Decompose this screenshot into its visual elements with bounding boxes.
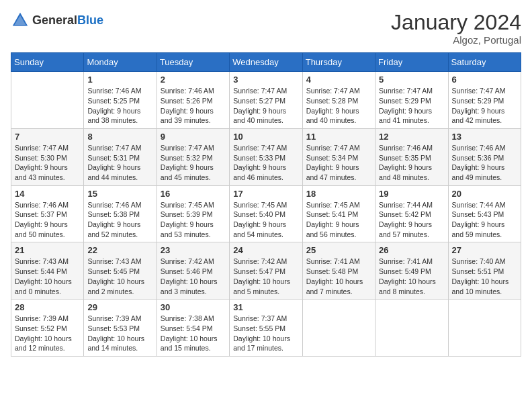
day-info: Sunrise: 7:42 AM Sunset: 5:47 PM Dayligh… xyxy=(233,257,298,296)
calendar-cell: 29Sunrise: 7:39 AM Sunset: 5:53 PM Dayli… xyxy=(84,300,157,357)
day-number: 2 xyxy=(161,75,226,85)
calendar-cell: 7Sunrise: 7:47 AM Sunset: 5:30 PM Daylig… xyxy=(11,128,84,185)
day-info: Sunrise: 7:46 AM Sunset: 5:36 PM Dayligh… xyxy=(452,143,517,183)
calendar-cell: 14Sunrise: 7:46 AM Sunset: 5:37 PM Dayli… xyxy=(11,185,84,242)
day-number: 25 xyxy=(306,245,371,255)
week-row-1: 1Sunrise: 7:46 AM Sunset: 5:25 PM Daylig… xyxy=(11,72,521,129)
day-info: Sunrise: 7:47 AM Sunset: 5:28 PM Dayligh… xyxy=(306,86,371,126)
day-number: 26 xyxy=(379,245,444,255)
day-info: Sunrise: 7:44 AM Sunset: 5:42 PM Dayligh… xyxy=(379,200,444,240)
day-info: Sunrise: 7:46 AM Sunset: 5:26 PM Dayligh… xyxy=(161,86,226,126)
calendar-cell: 23Sunrise: 7:42 AM Sunset: 5:46 PM Dayli… xyxy=(157,242,229,300)
day-info: Sunrise: 7:39 AM Sunset: 5:53 PM Dayligh… xyxy=(87,314,152,353)
logo: GeneralBlue xyxy=(11,11,103,30)
day-info: Sunrise: 7:41 AM Sunset: 5:48 PM Dayligh… xyxy=(306,257,371,296)
day-info: Sunrise: 7:43 AM Sunset: 5:45 PM Dayligh… xyxy=(87,257,152,296)
day-number: 7 xyxy=(15,132,80,142)
calendar-cell: 2Sunrise: 7:46 AM Sunset: 5:26 PM Daylig… xyxy=(157,72,229,129)
day-info: Sunrise: 7:37 AM Sunset: 5:55 PM Dayligh… xyxy=(233,314,298,353)
day-number: 15 xyxy=(87,189,152,199)
weekday-header-monday: Monday xyxy=(84,53,157,72)
day-number: 12 xyxy=(379,132,444,142)
calendar-table: SundayMondayTuesdayWednesdayThursdayFrid… xyxy=(11,52,521,357)
calendar-cell: 6Sunrise: 7:47 AM Sunset: 5:29 PM Daylig… xyxy=(448,72,521,129)
day-info: Sunrise: 7:47 AM Sunset: 5:32 PM Dayligh… xyxy=(161,143,226,183)
calendar-cell: 15Sunrise: 7:46 AM Sunset: 5:38 PM Dayli… xyxy=(84,185,157,242)
location: Algoz, Portugal xyxy=(391,34,521,46)
day-info: Sunrise: 7:43 AM Sunset: 5:44 PM Dayligh… xyxy=(15,257,80,296)
day-number: 4 xyxy=(306,75,371,85)
calendar-cell: 8Sunrise: 7:47 AM Sunset: 5:31 PM Daylig… xyxy=(84,128,157,185)
calendar-cell: 16Sunrise: 7:45 AM Sunset: 5:39 PM Dayli… xyxy=(157,185,229,242)
logo-icon xyxy=(11,11,30,30)
day-info: Sunrise: 7:46 AM Sunset: 5:25 PM Dayligh… xyxy=(87,86,152,126)
calendar-cell: 31Sunrise: 7:37 AM Sunset: 5:55 PM Dayli… xyxy=(230,300,302,357)
calendar-cell: 17Sunrise: 7:45 AM Sunset: 5:40 PM Dayli… xyxy=(230,185,302,242)
day-number: 8 xyxy=(87,132,152,142)
day-info: Sunrise: 7:47 AM Sunset: 5:27 PM Dayligh… xyxy=(233,86,298,126)
day-info: Sunrise: 7:46 AM Sunset: 5:35 PM Dayligh… xyxy=(379,143,444,183)
day-info: Sunrise: 7:45 AM Sunset: 5:40 PM Dayligh… xyxy=(233,200,298,240)
day-number: 9 xyxy=(161,132,226,142)
calendar-cell: 30Sunrise: 7:38 AM Sunset: 5:54 PM Dayli… xyxy=(157,300,229,357)
day-number: 16 xyxy=(161,189,226,199)
day-number: 20 xyxy=(452,189,517,199)
calendar-cell: 18Sunrise: 7:45 AM Sunset: 5:41 PM Dayli… xyxy=(302,185,375,242)
day-info: Sunrise: 7:42 AM Sunset: 5:46 PM Dayligh… xyxy=(161,257,226,296)
calendar-cell: 25Sunrise: 7:41 AM Sunset: 5:48 PM Dayli… xyxy=(302,242,375,300)
day-info: Sunrise: 7:47 AM Sunset: 5:30 PM Dayligh… xyxy=(15,143,80,183)
day-info: Sunrise: 7:47 AM Sunset: 5:33 PM Dayligh… xyxy=(233,143,298,183)
day-number: 27 xyxy=(452,245,517,255)
day-number: 11 xyxy=(306,132,371,142)
day-number: 5 xyxy=(379,75,444,85)
day-number: 10 xyxy=(233,132,298,142)
day-info: Sunrise: 7:47 AM Sunset: 5:34 PM Dayligh… xyxy=(306,143,371,183)
weekday-header-sunday: Sunday xyxy=(11,53,84,72)
day-info: Sunrise: 7:44 AM Sunset: 5:43 PM Dayligh… xyxy=(452,200,517,240)
week-row-5: 28Sunrise: 7:39 AM Sunset: 5:52 PM Dayli… xyxy=(11,300,521,357)
day-number: 6 xyxy=(452,75,517,85)
day-number: 24 xyxy=(233,245,298,255)
day-info: Sunrise: 7:46 AM Sunset: 5:38 PM Dayligh… xyxy=(87,200,152,240)
day-number: 23 xyxy=(161,245,226,255)
day-number: 30 xyxy=(161,302,226,312)
day-number: 13 xyxy=(452,132,517,142)
day-info: Sunrise: 7:45 AM Sunset: 5:41 PM Dayligh… xyxy=(306,200,371,240)
calendar-cell: 4Sunrise: 7:47 AM Sunset: 5:28 PM Daylig… xyxy=(302,72,375,129)
day-number: 19 xyxy=(379,189,444,199)
day-number: 18 xyxy=(306,189,371,199)
calendar-cell: 24Sunrise: 7:42 AM Sunset: 5:47 PM Dayli… xyxy=(230,242,302,300)
logo-general: General xyxy=(32,13,77,27)
day-info: Sunrise: 7:45 AM Sunset: 5:39 PM Dayligh… xyxy=(161,200,226,240)
weekday-header-thursday: Thursday xyxy=(302,53,375,72)
day-number: 31 xyxy=(233,302,298,312)
calendar-cell: 26Sunrise: 7:41 AM Sunset: 5:49 PM Dayli… xyxy=(375,242,448,300)
day-number: 28 xyxy=(15,302,80,312)
calendar-cell: 12Sunrise: 7:46 AM Sunset: 5:35 PM Dayli… xyxy=(375,128,448,185)
weekday-header-saturday: Saturday xyxy=(448,53,521,72)
calendar-cell: 27Sunrise: 7:40 AM Sunset: 5:51 PM Dayli… xyxy=(448,242,521,300)
day-number: 21 xyxy=(15,245,80,255)
title-block: January 2024 Algoz, Portugal xyxy=(391,11,521,46)
day-number: 17 xyxy=(233,189,298,199)
logo-blue: Blue xyxy=(77,13,103,27)
day-number: 29 xyxy=(87,302,152,312)
weekday-header-wednesday: Wednesday xyxy=(230,53,302,72)
week-row-3: 14Sunrise: 7:46 AM Sunset: 5:37 PM Dayli… xyxy=(11,185,521,242)
day-info: Sunrise: 7:47 AM Sunset: 5:31 PM Dayligh… xyxy=(87,143,152,183)
day-number: 1 xyxy=(87,75,152,85)
day-info: Sunrise: 7:39 AM Sunset: 5:52 PM Dayligh… xyxy=(15,314,80,353)
calendar-cell xyxy=(375,300,448,357)
day-info: Sunrise: 7:41 AM Sunset: 5:49 PM Dayligh… xyxy=(379,257,444,296)
calendar-cell: 28Sunrise: 7:39 AM Sunset: 5:52 PM Dayli… xyxy=(11,300,84,357)
day-info: Sunrise: 7:40 AM Sunset: 5:51 PM Dayligh… xyxy=(452,257,517,296)
month-title: January 2024 xyxy=(391,11,521,34)
day-info: Sunrise: 7:46 AM Sunset: 5:37 PM Dayligh… xyxy=(15,200,80,240)
calendar-cell xyxy=(448,300,521,357)
weekday-header-row: SundayMondayTuesdayWednesdayThursdayFrid… xyxy=(11,53,521,72)
calendar-cell: 13Sunrise: 7:46 AM Sunset: 5:36 PM Dayli… xyxy=(448,128,521,185)
day-number: 3 xyxy=(233,75,298,85)
calendar-cell: 19Sunrise: 7:44 AM Sunset: 5:42 PM Dayli… xyxy=(375,185,448,242)
calendar-cell: 20Sunrise: 7:44 AM Sunset: 5:43 PM Dayli… xyxy=(448,185,521,242)
calendar-cell xyxy=(11,72,84,129)
